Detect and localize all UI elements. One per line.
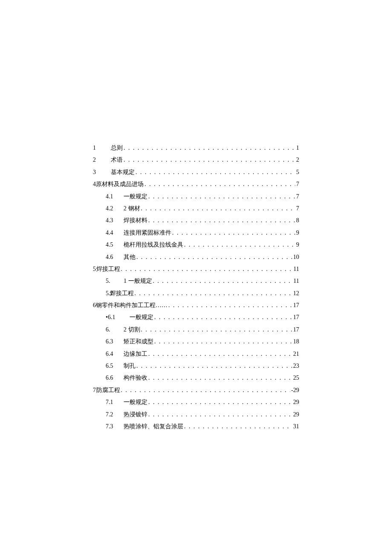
toc-page-number: 2 <box>296 156 299 164</box>
toc-entry: 5.1 一般规定11 <box>93 277 299 285</box>
toc-page-number: 18 <box>293 338 299 346</box>
toc-prefix: 5.2 <box>106 290 107 298</box>
toc-entry: 6.6构件验收25 <box>93 374 299 382</box>
toc-entry: 4.4连接用紧固标准件9 <box>93 229 299 237</box>
toc-prefix: 7.1 <box>106 398 124 407</box>
toc-leader-dots <box>136 253 292 262</box>
toc-leader-dots <box>153 277 293 285</box>
toc-page-number: 5 <box>296 169 299 177</box>
toc-entry: 4.3焊接材料8 <box>93 217 299 225</box>
toc-entry: 4原材料及成品进场7 <box>93 180 299 189</box>
toc-prefix: 6.4 <box>106 350 124 358</box>
toc-label: 一般规定 <box>124 398 147 407</box>
toc-label: 钢零件和构件加工工程…… <box>96 302 167 310</box>
toc-page-number: 7 <box>296 180 299 189</box>
toc-entry: 4.5桅杆用拉线及拉线金具9 <box>93 241 299 249</box>
toc-prefix: •6.1 <box>106 314 124 322</box>
toc-entry: 5焊接工程11 <box>93 265 299 273</box>
toc-prefix: 4.4 <box>106 229 124 237</box>
toc-page-number: -29 <box>291 386 299 395</box>
toc-page-number: 17 <box>293 302 299 310</box>
toc-prefix: 5 <box>93 265 94 273</box>
toc-label: 桅杆用拉线及拉线金具 <box>124 241 183 249</box>
toc-leader-dots <box>144 180 295 189</box>
toc-label: 基本规定 <box>111 169 135 177</box>
toc-prefix: 4.2 <box>106 205 124 213</box>
toc-entry: 5.2焊接工程12 <box>93 290 299 298</box>
toc-prefix: 4.3 <box>106 217 124 225</box>
toc-label: 制孔 <box>124 362 135 370</box>
toc-page-number: 12 <box>293 290 299 298</box>
toc-leader-dots <box>148 193 295 201</box>
toc-page-number: 29 <box>293 398 299 407</box>
toc-leader-dots <box>168 302 292 310</box>
toc-leader-dots <box>121 265 293 273</box>
toc-container: 1总则12术语23基本规定54原材料及成品进场74.1一般规定74.22 钢材7… <box>93 144 299 435</box>
toc-label: 构件验收 <box>124 374 147 382</box>
toc-label: 术语 <box>111 156 123 164</box>
toc-label: 2 钢材 <box>124 205 140 213</box>
toc-page-number: 11 <box>294 277 299 285</box>
toc-page-number: 25 <box>293 374 299 382</box>
toc-prefix: 6. <box>106 326 124 334</box>
toc-entry: 1总则1 <box>93 144 299 152</box>
toc-prefix: 2 <box>93 156 111 164</box>
toc-label: 防腐工程 <box>96 386 120 395</box>
toc-page-number: 29 <box>293 411 299 419</box>
toc-leader-dots <box>148 217 295 225</box>
toc-leader-dots <box>172 229 295 237</box>
toc-page-number: 11 <box>294 265 299 273</box>
toc-entry: 6.2 切割17 <box>93 326 299 334</box>
toc-leader-dots <box>148 398 292 407</box>
toc-entry: 6钢零件和构件加工工程……17 <box>93 302 299 310</box>
toc-page-number: 7 <box>296 193 299 201</box>
toc-entry: 6.3矫正和成型18 <box>93 338 299 346</box>
toc-page-number: 10 <box>293 253 299 262</box>
toc-entry: 6.4边缘加工21 <box>93 350 299 358</box>
toc-prefix: 6 <box>93 302 93 310</box>
toc-page-number: 17 <box>293 326 299 334</box>
toc-label: 一般规定 <box>124 314 153 322</box>
toc-entry: 4.22 钢材7 <box>93 205 299 213</box>
toc-prefix: 4.5 <box>106 241 124 249</box>
toc-leader-dots <box>154 338 292 346</box>
toc-leader-dots <box>135 169 295 177</box>
toc-page-number: 21 <box>293 350 299 358</box>
toc-prefix: 7 <box>93 386 94 395</box>
toc-leader-dots <box>148 374 292 382</box>
toc-label: 热喷涂锌、铝复合涂层 <box>124 423 183 431</box>
toc-prefix: 7.2 <box>106 411 124 419</box>
toc-label: 连接用紧固标准件 <box>124 229 171 237</box>
toc-leader-dots <box>148 350 292 358</box>
toc-prefix: 3 <box>93 169 111 177</box>
toc-entry: 6.5制孔23 <box>93 362 299 370</box>
toc-prefix: 7.3 <box>106 423 124 431</box>
toc-label: 热浸镀锌 <box>124 411 147 419</box>
toc-entry: 7.2热浸镀锌29 <box>93 411 299 419</box>
toc-leader-dots <box>121 386 291 395</box>
toc-page-number: 23 <box>293 362 299 370</box>
toc-page-number: 8 <box>296 217 299 225</box>
toc-page-number: 9 <box>296 229 299 237</box>
toc-page-number: 1 <box>296 144 299 152</box>
toc-entry: 2术语2 <box>93 156 299 164</box>
toc-leader-dots <box>148 411 292 419</box>
toc-page-number: 7 <box>296 205 299 213</box>
toc-leader-dots <box>141 205 296 213</box>
toc-entry: 7防腐工程-29 <box>93 386 299 395</box>
toc-prefix: 6.3 <box>106 338 124 346</box>
toc-label: 原材料及成品进场 <box>96 180 144 189</box>
toc-page-number: 9 <box>296 241 299 249</box>
toc-leader-dots <box>124 156 295 164</box>
toc-label: 一般规定 <box>124 193 147 201</box>
toc-entry: 7.1一般规定29 <box>93 398 299 407</box>
toc-leader-dots <box>124 144 295 152</box>
toc-entry: 7.3热喷涂锌、铝复合涂层31 <box>93 423 299 431</box>
toc-prefix: 6.6 <box>106 374 124 382</box>
toc-label: 边缘加工 <box>124 350 147 358</box>
toc-prefix: 4.6 <box>106 253 124 262</box>
toc-label: 其他 <box>124 253 135 262</box>
toc-prefix: 4.1 <box>106 193 124 201</box>
toc-prefix: 6.5 <box>106 362 124 370</box>
toc-leader-dots <box>184 423 292 431</box>
